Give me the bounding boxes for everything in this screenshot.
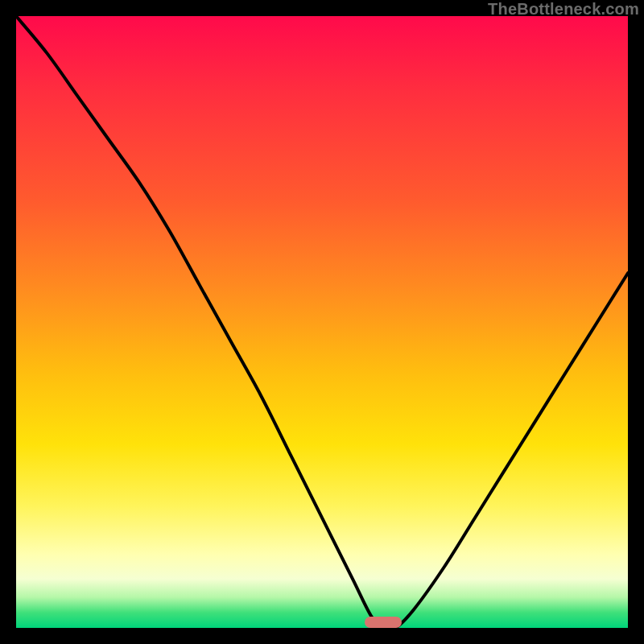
- plot-area: [16, 16, 628, 628]
- chart-frame: TheBottleneck.com: [0, 0, 644, 644]
- bottleneck-curve: [16, 16, 628, 628]
- optimum-marker: [365, 617, 402, 628]
